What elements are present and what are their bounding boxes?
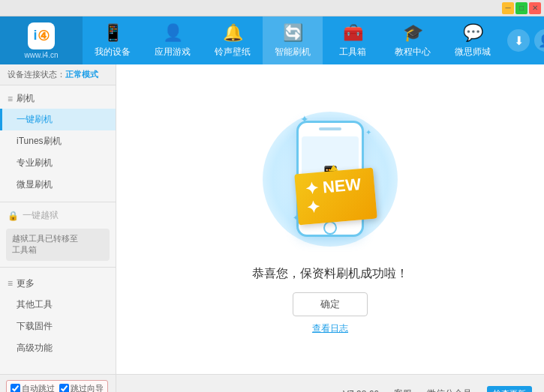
auto-skip-label: 自动跳过: [22, 383, 55, 392]
ringtone-icon: 🔔: [223, 23, 243, 43]
maximize-button[interactable]: □: [515, 2, 527, 14]
sidebar-item-itunes-flash[interactable]: iTunes刷机: [0, 130, 116, 152]
more-section: ≡ 更多 其他工具 下载固件 高级功能: [0, 271, 116, 362]
logo[interactable]: i④ www.i4.cn: [0, 16, 83, 64]
bottom-right: V7.98.66 客服 微信公众号 检查更新: [116, 375, 544, 392]
skip-wizard-label: 跳过向导: [71, 383, 104, 392]
download-fw-label: 下载固件: [17, 320, 53, 333]
sidebar-item-other-tools[interactable]: 其他工具: [0, 294, 116, 316]
logo-icon: i④: [28, 22, 55, 49]
nav-label-toolbox: 工具箱: [339, 46, 366, 58]
nav-label-device: 我的设备: [95, 46, 131, 58]
nav-toolbox[interactable]: 🧰 工具箱: [323, 16, 383, 64]
sidebar: 设备连接状态： 正常模式 ≡ 刷机 一键刷机 iTunes刷机 专业刷机 微显刷…: [0, 64, 116, 374]
header: i④ www.i4.cn 📱 我的设备 👤 应用游戏 🔔 铃声壁纸 🔄 智能刷机…: [0, 16, 544, 64]
sidebar-item-one-key-flash[interactable]: 一键刷机: [0, 109, 116, 130]
sidebar-item-pro-flash[interactable]: 专业刷机: [0, 152, 116, 174]
confirm-button[interactable]: 确定: [293, 292, 368, 316]
dual-flash-label: 微显刷机: [17, 178, 53, 191]
device-icon: 📱: [103, 23, 123, 43]
tutorial-icon: 🎓: [403, 23, 423, 43]
nav-items: 📱 我的设备 👤 应用游戏 🔔 铃声壁纸 🔄 智能刷机 🧰 工具箱 🎓 教程中心…: [83, 16, 503, 64]
nav-label-app: 应用游戏: [155, 46, 191, 58]
jailbreak-label: 一键越狱: [23, 209, 59, 222]
status-bar: 设备连接状态： 正常模式: [0, 64, 116, 85]
wechat-link[interactable]: 微信公众号: [427, 388, 472, 392]
nav-label-wechat: 微思师城: [455, 46, 491, 58]
skip-wizard-checkbox[interactable]: [59, 384, 69, 392]
more-section-icon: ≡: [8, 278, 13, 289]
main-area: 设备连接状态： 正常模式 ≡ 刷机 一键刷机 iTunes刷机 专业刷机 微显刷…: [0, 64, 544, 374]
title-bar: ─ □ ✕: [0, 0, 544, 16]
other-tools-label: 其他工具: [17, 298, 53, 311]
nav-label-flash: 智能刷机: [275, 46, 311, 58]
main-content: ✦ ✦ ✦ 📱 ✦ NEW ✦ 恭喜您，保资料刷机成功啦！ 确定: [116, 64, 544, 374]
phone-home-button: [323, 221, 337, 235]
sidebar-item-download-fw[interactable]: 下载固件: [0, 316, 116, 337]
nav-tutorial[interactable]: 🎓 教程中心: [383, 16, 443, 64]
more-section-title: ≡ 更多: [0, 274, 116, 294]
nav-ringtone[interactable]: 🔔 铃声壁纸: [203, 16, 263, 64]
more-section-label: 更多: [17, 277, 35, 290]
download-button[interactable]: ⬇: [507, 29, 530, 52]
phone-wrap: ✦ ✦ ✦ 📱 ✦ NEW ✦: [296, 121, 364, 237]
jailbreak-note-text: 越狱工具已转移至工具箱: [12, 234, 78, 254]
jailbreak-section: 🔒 一键越狱: [0, 205, 116, 226]
logo-text: www.i4.cn: [24, 51, 58, 59]
phone-speaker: [319, 127, 341, 130]
flash-icon: 🔄: [283, 23, 303, 43]
minimize-button[interactable]: ─: [502, 2, 514, 14]
app-icon: 👤: [163, 23, 183, 43]
skip-wizard-checkbox-label[interactable]: 跳过向导: [59, 383, 104, 392]
one-key-flash-label: 一键刷机: [17, 113, 53, 126]
service-link[interactable]: 客服: [394, 388, 412, 392]
flash-section-label: 刷机: [17, 92, 35, 105]
nav-app-game[interactable]: 👤 应用游戏: [143, 16, 203, 64]
auto-skip-checkbox-label[interactable]: 自动跳过: [11, 383, 55, 392]
success-text: 恭喜您，保资料刷机成功啦！: [252, 266, 408, 282]
bottom-left: 自动跳过 跳过向导 📱 iPhone 12 mini 64GB Down-12m…: [0, 375, 116, 392]
auto-skip-checkbox[interactable]: [11, 384, 20, 392]
status-value: 正常模式: [65, 69, 98, 80]
nav-label-tutorial: 教程中心: [395, 46, 431, 58]
full-bottom: 自动跳过 跳过向导 📱 iPhone 12 mini 64GB Down-12m…: [0, 374, 544, 392]
version-label: V7.98.66: [343, 389, 379, 393]
nav-right: ⬇ 👤: [503, 29, 544, 52]
divider-2: [0, 267, 116, 268]
divider-1: [0, 202, 116, 202]
pro-flash-label: 专业刷机: [17, 157, 53, 169]
toolbox-icon: 🧰: [343, 23, 363, 43]
sparkle-2: ✦: [365, 128, 371, 136]
itunes-flash-label: iTunes刷机: [17, 135, 62, 148]
new-badge: ✦ NEW ✦: [294, 168, 377, 226]
view-log-link[interactable]: 查看日志: [312, 322, 348, 335]
sidebar-item-advanced[interactable]: 高级功能: [0, 337, 116, 359]
nav-wechat-city[interactable]: 💬 微思师城: [443, 16, 503, 64]
illustration: ✦ ✦ ✦ 📱 ✦ NEW ✦: [255, 104, 405, 254]
flash-section-icon: ≡: [8, 94, 13, 104]
nav-smart-flash[interactable]: 🔄 智能刷机: [263, 16, 323, 64]
status-label: 设备连接状态：: [8, 69, 65, 80]
account-button[interactable]: 👤: [534, 29, 544, 52]
sidebar-item-dual-flash[interactable]: 微显刷机: [0, 174, 116, 196]
checkboxes-container: 自动跳过 跳过向导: [6, 380, 108, 392]
jailbreak-note: 越狱工具已转移至工具箱: [6, 229, 110, 261]
wechat-icon: 💬: [463, 23, 483, 43]
advanced-label: 高级功能: [17, 342, 53, 355]
close-button[interactable]: ✕: [529, 2, 541, 14]
flash-section-title: ≡ 刷机: [0, 88, 116, 109]
flash-section: ≡ 刷机 一键刷机 iTunes刷机 专业刷机 微显刷机: [0, 85, 116, 199]
update-button[interactable]: 检查更新: [487, 386, 532, 392]
nav-label-ringtone: 铃声壁纸: [215, 46, 251, 58]
nav-my-device[interactable]: 📱 我的设备: [83, 16, 143, 64]
